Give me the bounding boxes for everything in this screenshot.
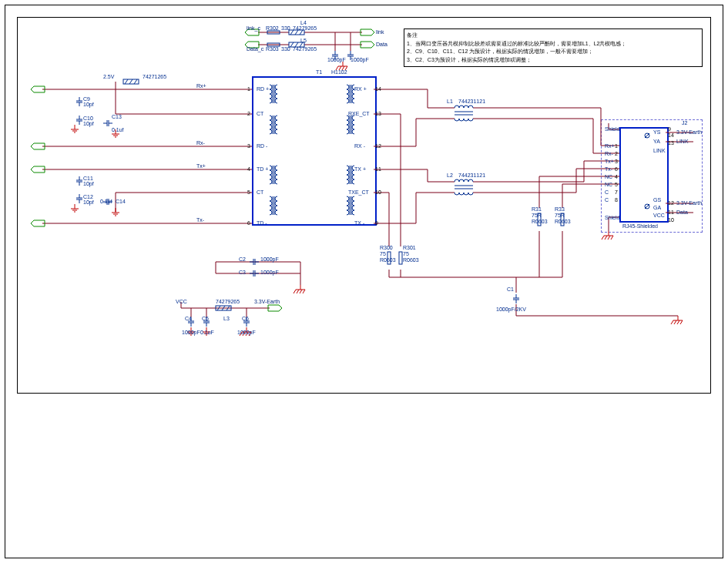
c14-ref: C14 [116, 199, 126, 204]
c12-val: 10pf [83, 199, 94, 205]
t1-p9: 9 [375, 220, 378, 226]
c13-ref: C13 [112, 114, 122, 119]
l1-ref: L1 [447, 99, 453, 104]
v33e-2: 3.3V-Earth [676, 129, 702, 135]
j2-c2: C [605, 197, 609, 203]
t1-tdm: TD - [257, 220, 267, 226]
c11-ref: C11 [83, 176, 93, 181]
l4-ref: L4 [300, 20, 307, 25]
r300-fp: R0603 [380, 257, 396, 263]
l5-ref: L5 [300, 38, 307, 43]
j2-p2: 2 [615, 151, 618, 156]
j2-p14: 14 [668, 132, 674, 138]
t1-p2: 2 [247, 111, 250, 116]
t1-p12: 12 [375, 143, 381, 149]
l2-ref: L2 [447, 173, 453, 178]
r302-val: 330 [281, 25, 290, 31]
j2-p7: 7 [615, 189, 618, 195]
j2-shield2: Shield [605, 215, 619, 220]
v25-label: 2.5V [103, 74, 114, 79]
j2-txm: Tx- [605, 166, 612, 172]
j2-ys: YS [653, 129, 660, 135]
j2-p9: 9 [668, 126, 671, 132]
wiring-svg [0, 0, 728, 563]
c9-val: 10pf [83, 102, 94, 107]
t1-p14: 14 [375, 86, 381, 92]
net-rxp: Rx+ [196, 83, 206, 89]
r301-ref: R301 [403, 245, 416, 250]
t1-p13: 13 [375, 111, 381, 116]
c3-ref: C3 [239, 270, 246, 275]
r303-val: 330 [281, 46, 290, 52]
v33e-1: 3.3V-Earth [254, 299, 280, 304]
j2-p4: 4 [615, 174, 618, 179]
r301-fp: R0603 [403, 257, 419, 263]
l4-val: 74279265 [293, 25, 317, 31]
t1-ct1: CT [257, 111, 263, 116]
l2-val: 744231121 [458, 173, 485, 178]
v33e-3: 3.3V-Earth [676, 200, 702, 206]
j2-p10: 10 [668, 217, 674, 223]
t1-tdp: TD + [257, 166, 268, 172]
c10-ref: C10 [83, 116, 93, 121]
c7-val: 1000pF [327, 57, 346, 62]
r31-fp: R0603 [532, 219, 548, 224]
rj-data: Data [676, 209, 688, 215]
r33-val: 75R [555, 213, 565, 218]
rj-link: LINK [676, 139, 689, 144]
j2-c1: C [605, 189, 609, 195]
t1-p6: 6 [247, 220, 250, 226]
c6-ref: C6 [242, 316, 249, 321]
c8-val: 1000pF [351, 57, 369, 62]
vcc-lbl: VCC [176, 299, 187, 304]
j2-ya: YA [653, 139, 660, 144]
t1-rdm: RD - [257, 143, 267, 149]
t1-ct2: CT [257, 189, 263, 195]
j2-p11: 11 [668, 209, 674, 215]
t1-p5: 5 [247, 189, 250, 195]
t1-p11: 11 [375, 166, 381, 172]
j2-vcc: VCC [653, 213, 665, 218]
c9-ref: C9 [83, 96, 90, 102]
c14-val: 0.1uf [100, 199, 112, 204]
t1-rxm: RX - [354, 143, 365, 149]
r300-val: 75 [380, 251, 386, 256]
j2-p6: 6 [615, 166, 618, 172]
t1-rdp: RD + [257, 86, 269, 92]
schematic-sheet: 备注 1、当网口变压器共模抑制比较差或需要通过的标准比较严酷时，需要增加L1、L… [0, 0, 728, 563]
t1-p10: 10 [375, 189, 381, 195]
j2-txp: Tx+ [605, 159, 614, 164]
j2-p13: 13 [668, 140, 674, 146]
j2-link: LINK [653, 148, 666, 153]
c13-val: 0.1uf [112, 127, 124, 132]
c4-ref: C4 [185, 316, 192, 321]
net-datac: Data_c [247, 46, 263, 52]
c1-ref: C1 [507, 287, 514, 292]
t1-p4: 4 [247, 166, 250, 172]
j2-nc1: NC [605, 174, 612, 179]
t1-rxp: RX + [354, 86, 367, 92]
c5-ref: C5 [202, 316, 209, 321]
net-rxm: Rx- [196, 140, 205, 146]
fb1-val: 74271265 [143, 74, 166, 79]
t1-p1: 1 [247, 86, 250, 92]
net-linkc: link_c [247, 25, 260, 31]
j2-p5: 5 [615, 182, 618, 187]
net-txp: Tx+ [196, 163, 206, 169]
j2-p8: 8 [615, 197, 618, 203]
net-data: Data [376, 42, 387, 47]
r33-fp: R0603 [555, 219, 571, 224]
c3-val: 1000pF [260, 270, 279, 275]
j2-p1: 1 [615, 143, 618, 149]
c10-val: 10pf [83, 121, 94, 126]
r303-ref: R303 [266, 46, 279, 52]
j2-nc2: NC [605, 182, 612, 187]
l6-val: 74279265 [216, 299, 240, 304]
j2-shield1: Shield [605, 126, 619, 132]
t1-p3: 3 [247, 143, 250, 149]
t1-rxct: RXE_CT [348, 111, 370, 116]
c12-ref: C12 [83, 194, 93, 199]
r31-ref: R31 [532, 206, 542, 212]
c2-val: 1000pF [260, 256, 279, 262]
c5-val: 0.1uF [200, 330, 214, 335]
